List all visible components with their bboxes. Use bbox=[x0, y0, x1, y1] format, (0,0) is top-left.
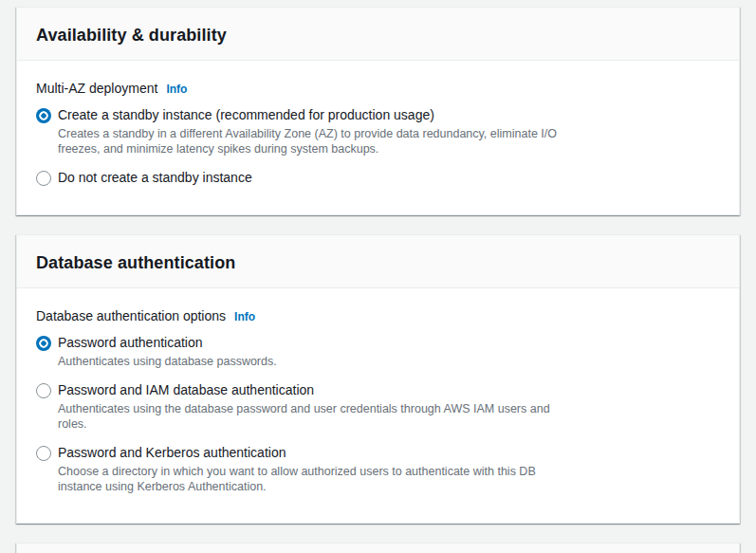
radio-option-text: Do not create a standby instance bbox=[58, 169, 720, 186]
radio-button-icon[interactable] bbox=[36, 383, 51, 398]
field-label-multi-az-deployment: Multi-AZ deployment bbox=[36, 81, 157, 96]
radio-option-text: Password and Kerberos authentication Cho… bbox=[58, 444, 720, 494]
radio-button-icon[interactable] bbox=[36, 336, 51, 351]
radio-option-text: Password authentication Authenticates us… bbox=[58, 334, 720, 369]
field-label-row: Multi-AZ deployment Info bbox=[36, 81, 720, 96]
section-title: Database authentication bbox=[36, 253, 720, 273]
radio-option-no-standby[interactable]: Do not create a standby instance bbox=[36, 169, 720, 186]
info-link[interactable]: Info bbox=[166, 83, 187, 96]
radio-option-password-kerberos-auth[interactable]: Password and Kerberos authentication Cho… bbox=[36, 444, 720, 494]
section-body: Database authentication options Info Pas… bbox=[17, 288, 739, 523]
section-header bbox=[17, 544, 739, 553]
radio-button-icon[interactable] bbox=[36, 108, 51, 123]
section-availability-durability: Availability & durability Multi-AZ deplo… bbox=[16, 7, 740, 215]
field-label-row: Database authentication options Info bbox=[36, 308, 720, 323]
radio-option-label[interactable]: Password and Kerberos authentication bbox=[58, 444, 720, 461]
radio-option-label[interactable]: Do not create a standby instance bbox=[58, 169, 720, 186]
radio-option-password-iam-auth[interactable]: Password and IAM database authentication… bbox=[36, 381, 720, 432]
section-header: Availability & durability bbox=[17, 8, 739, 61]
section-body: Multi-AZ deployment Info Create a standb… bbox=[17, 61, 739, 214]
radio-option-label[interactable]: Create a standby instance (recommended f… bbox=[58, 106, 720, 123]
radio-option-label[interactable]: Password and IAM database authentication bbox=[58, 381, 720, 398]
radio-option-text: Create a standby instance (recommended f… bbox=[58, 106, 720, 157]
radio-button-icon[interactable] bbox=[36, 171, 51, 186]
section-database-authentication: Database authentication Database authent… bbox=[16, 234, 740, 524]
radio-button-icon[interactable] bbox=[36, 446, 51, 461]
section-partial-next bbox=[16, 543, 740, 553]
radio-option-description: Authenticates using the database passwor… bbox=[58, 401, 578, 432]
radio-option-create-standby[interactable]: Create a standby instance (recommended f… bbox=[36, 106, 720, 157]
section-title: Availability & durability bbox=[36, 26, 720, 46]
radio-option-password-auth[interactable]: Password authentication Authenticates us… bbox=[36, 334, 720, 369]
radio-option-description: Authenticates using database passwords. bbox=[58, 354, 578, 369]
radio-option-description: Choose a directory in which you want to … bbox=[58, 464, 578, 494]
radio-option-label[interactable]: Password authentication bbox=[58, 334, 720, 351]
field-label-database-auth-options: Database authentication options bbox=[36, 308, 226, 323]
section-header: Database authentication bbox=[17, 235, 739, 288]
page: Availability & durability Multi-AZ deplo… bbox=[0, 0, 756, 553]
info-link[interactable]: Info bbox=[234, 310, 255, 323]
radio-option-description: Creates a standby in a different Availab… bbox=[58, 126, 578, 157]
radio-option-text: Password and IAM database authentication… bbox=[58, 381, 720, 432]
